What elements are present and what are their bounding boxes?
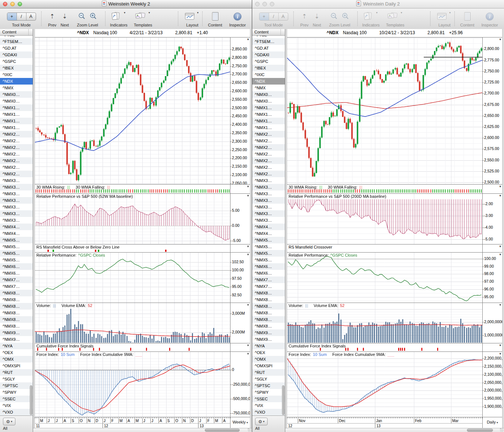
symbol-list-item[interactable]: ^FTSEM… (252, 38, 285, 45)
symbol-list-item[interactable]: ^NMX (0, 85, 33, 91)
force-index-chart-canvas[interactable] (35, 352, 230, 417)
symbol-list-item[interactable]: ^NMX2… (252, 171, 285, 177)
zoom-in-button[interactable] (89, 13, 97, 20)
main-chart-canvas[interactable] (287, 38, 482, 184)
symbol-list-item[interactable]: ^NMX6… (0, 270, 33, 276)
layout-button[interactable]: ▾ Layout (433, 10, 456, 27)
main-chart-canvas[interactable] (35, 38, 230, 184)
panel-disclosure-button[interactable]: ▾ (247, 194, 249, 197)
symbol-list-item[interactable]: ^GD.AT (0, 45, 33, 51)
resize-grip[interactable] (248, 428, 251, 432)
symbol-list-item[interactable]: ^NMX5… (0, 237, 33, 243)
force-index-chart-canvas[interactable] (287, 352, 482, 417)
next-button[interactable]: ⇣ Next (58, 10, 71, 27)
horizontal-scrollbar[interactable] (33, 428, 252, 432)
relative-performance-line-chart-canvas[interactable] (287, 253, 482, 303)
symbol-list-item[interactable]: ^NYA (252, 343, 285, 349)
symbol-list-item[interactable]: ^SPWY (252, 389, 285, 396)
symbol-list-item[interactable]: ^NMX3… (0, 190, 33, 197)
symbol-list-item[interactable]: ^NMX6… (252, 263, 285, 270)
symbol-list-item[interactable]: ^VXO (0, 409, 33, 415)
symbol-list-item[interactable]: ^NMX3… (0, 184, 33, 190)
panel-disclosure-button[interactable]: ▾ (247, 185, 249, 188)
symbol-list-item[interactable]: ^NMX2… (252, 157, 285, 164)
close-button[interactable] (255, 2, 260, 6)
symbol-list-item[interactable]: ^NMX3… (0, 210, 33, 217)
horizontal-scrollbar[interactable] (285, 428, 504, 432)
symbol-list-item[interactable]: ^VIX (252, 402, 285, 409)
symbol-list-item[interactable]: ^NMX3… (252, 197, 285, 204)
symbol-list-item[interactable]: ^NMX4… (252, 224, 285, 230)
symbol-list-item[interactable]: ^NMX4… (252, 230, 285, 237)
symbol-list-item[interactable]: ^NMX1… (252, 124, 285, 131)
indicators-button[interactable]: ▾ Indicators (106, 10, 132, 27)
symbol-list-item[interactable]: ^NMX1… (252, 111, 285, 118)
panel-disclosure-button[interactable]: ▾ (499, 303, 501, 307)
relative-performance-chart-canvas[interactable] (287, 194, 482, 244)
symbol-list-item[interactable]: ^OMXSPI (252, 363, 285, 369)
symbol-list-item[interactable]: ^NMX8… (0, 296, 33, 303)
panel-disclosure-button[interactable]: ▾ (499, 38, 501, 41)
timeframe-select[interactable]: Daily ▾ (483, 420, 502, 424)
symbol-list-item[interactable]: ^NMX0… (252, 98, 285, 104)
symbol-list-item[interactable]: ^FTSE (0, 36, 33, 38)
symbol-list-item[interactable]: ^FTSE (252, 36, 285, 38)
symbol-list-item[interactable]: ^NYA (0, 343, 33, 349)
inspector-button[interactable]: i Inspector (226, 10, 249, 27)
symbol-list-item[interactable]: ^NMX3… (0, 204, 33, 210)
tool-text-button[interactable]: A (26, 13, 36, 20)
symbol-list-item[interactable]: ^NMX5… (0, 250, 33, 257)
templates-button[interactable]: ▾ Templates (382, 10, 409, 27)
symbol-list-item[interactable]: ^OMXSPI (0, 363, 33, 369)
symbol-list-item[interactable]: ^NMX2… (252, 131, 285, 138)
symbol-list-item[interactable]: ^NMX9… (0, 336, 33, 343)
symbol-list-item[interactable]: ^NMX5… (252, 237, 285, 243)
symbol-list-item[interactable]: ^NMX0… (0, 98, 33, 104)
symbol-list-item[interactable]: ^NMX5… (252, 257, 285, 263)
symbol-list-item[interactable]: ^NMX4… (0, 230, 33, 237)
panel-disclosure-button[interactable]: ▾ (499, 352, 501, 356)
symbol-list-item[interactable]: ^NMX2… (252, 151, 285, 157)
symbol-list-item[interactable]: ^OEX (0, 349, 33, 356)
symbol-list-item[interactable]: ^NMX9… (0, 329, 33, 336)
symbol-list-item[interactable]: ^OMX (0, 356, 33, 363)
symbol-list-item[interactable]: ^NMX3… (252, 184, 285, 190)
symbol-list-item[interactable]: ^NMX3… (252, 204, 285, 210)
symbol-list-item[interactable]: ^NMX8… (0, 316, 33, 323)
symbol-list-item[interactable]: ^NMX8… (0, 323, 33, 329)
symbol-list-item[interactable]: ^SSEC (252, 396, 285, 402)
symbol-list-item[interactable]: ^IBEX (0, 65, 33, 71)
symbol-list-item[interactable]: ^NMX1… (0, 111, 33, 118)
symbol-list-item[interactable]: ^NMX7… (0, 276, 33, 283)
symbol-list-item[interactable]: ^NMX8… (252, 310, 285, 316)
symbol-list-item[interactable]: ^NMX2… (0, 164, 33, 171)
inspector-button[interactable]: i Inspector (478, 10, 501, 27)
symbol-list-item[interactable]: ^SPTSC (252, 382, 285, 389)
sidebar-scrollbar-thumb[interactable] (30, 385, 32, 415)
symbol-list-item[interactable]: ^NMX2… (252, 144, 285, 151)
symbol-list-item[interactable]: ^NMX1… (252, 104, 285, 111)
symbol-list-item[interactable]: ^FTSEM… (0, 38, 33, 45)
sidebar-scrollbar-thumb[interactable] (282, 385, 285, 415)
symbol-list-item[interactable]: ^GSPC (252, 58, 285, 65)
minimize-button[interactable] (10, 2, 15, 6)
zoom-out-button[interactable] (78, 13, 86, 20)
symbol-list-item[interactable]: ^NMX1… (0, 104, 33, 111)
symbol-list-item[interactable]: ^VIX (0, 402, 33, 409)
symbol-list-item[interactable]: ^GDAXI (252, 51, 285, 58)
symbol-list-item[interactable]: ^NMX2… (0, 157, 33, 164)
symbol-list-item[interactable]: ^SSEC (0, 396, 33, 402)
next-button[interactable]: ⇣ Next (310, 10, 324, 27)
titlebar[interactable]: Weinstein Weekly 2 (0, 0, 252, 8)
symbol-list-item[interactable]: ^NMX3… (252, 177, 285, 184)
symbol-list-item[interactable]: ^NMX2… (252, 164, 285, 171)
symbol-list-item[interactable]: ^NMX8… (0, 310, 33, 316)
layout-button[interactable]: ▾ Layout (181, 10, 204, 27)
horizontal-scrollbar-thumb[interactable] (467, 429, 493, 432)
chart-right-scroll-strip[interactable] (250, 29, 252, 428)
symbol-list-item[interactable]: ^NMX1… (252, 118, 285, 124)
symbol-list-item[interactable]: ^NMX2… (252, 138, 285, 144)
symbol-list-item[interactable]: ^NMX1… (0, 124, 33, 131)
sidebar-header-content-tab[interactable]: Content (252, 29, 285, 36)
symbol-list-item[interactable]: ^SGLY (252, 376, 285, 382)
